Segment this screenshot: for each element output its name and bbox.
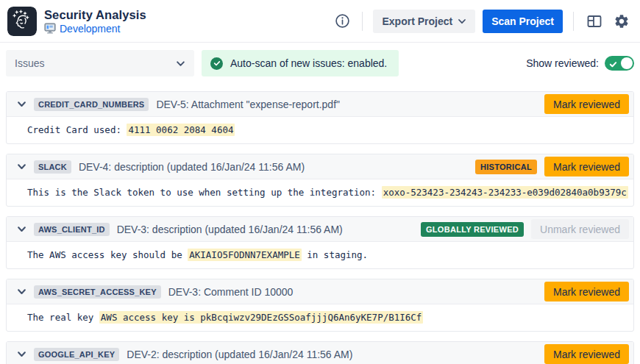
- toggle-check-icon: [609, 59, 617, 71]
- snippet-secret: xoxo-523423-234243-234233-e039d02840a0b9…: [382, 186, 628, 199]
- snippet-secret: AKIAIO5FODNN7EXAMPLE: [188, 249, 302, 261]
- issue-title: DEV-4: description (updated 16/Jan/24 11…: [79, 161, 468, 173]
- issue-card: AWS_SECRET_ACCESS_KEY DEV-3: Comment ID …: [6, 279, 634, 332]
- divider: [362, 12, 363, 31]
- autoscan-notice-text: Auto-scan of new issues: enabled.: [230, 57, 387, 69]
- issue-card: CREDIT_CARD_NUMBERS DEV-5: Attachment "e…: [6, 91, 634, 144]
- scan-project-button[interactable]: Scan Project: [483, 10, 563, 33]
- issue-list: CREDIT_CARD_NUMBERS DEV-5: Attachment "e…: [6, 91, 634, 364]
- issue-status-badge: HISTORICAL: [475, 160, 537, 174]
- issue-status-badge: GLOBALLY REVIEWED: [421, 222, 524, 237]
- review-action-button[interactable]: Mark reviewed: [544, 344, 629, 364]
- issue-type-badge: AWS_CLIENT_ID: [34, 223, 110, 236]
- snippet-suffix: in staging.: [302, 249, 368, 260]
- toolbar: Issues Auto-scan of new issues: enabled.…: [6, 50, 634, 76]
- page-title: Security Analysis: [44, 8, 146, 22]
- panel-layout-icon[interactable]: [584, 11, 605, 32]
- review-action-button[interactable]: Mark reviewed: [544, 94, 629, 114]
- issue-card-header[interactable]: CREDIT_CARD_NUMBERS DEV-5: Attachment "e…: [7, 92, 633, 117]
- issue-card-header[interactable]: AWS_SECRET_ACCESS_KEY DEV-3: Comment ID …: [7, 279, 633, 304]
- issue-card-header[interactable]: GOOGLE_API_KEY DEV-2: description (updat…: [7, 342, 633, 364]
- review-action-button[interactable]: Mark reviewed: [544, 157, 629, 176]
- issue-title: DEV-3: Comment ID 10000: [168, 286, 537, 298]
- review-action-button[interactable]: Mark reviewed: [544, 282, 629, 301]
- issue-card: AWS_CLIENT_ID DEV-3: description (update…: [6, 216, 634, 269]
- chevron-down-icon: [458, 17, 466, 26]
- project-monitor-icon: [44, 23, 56, 34]
- issue-snippet: Credit Card used: 4111 0062 2084 4604: [7, 117, 633, 143]
- snippet-prefix: The real key: [27, 312, 99, 323]
- check-circle-icon: [210, 57, 223, 70]
- issue-snippet: The AWS access key should be AKIAIO5FODN…: [7, 242, 633, 268]
- settings-gear-icon[interactable]: [612, 12, 631, 31]
- show-reviewed-toggle[interactable]: [605, 56, 634, 71]
- toggle-knob: [621, 57, 633, 69]
- snippet-prefix: The AWS access key should be: [27, 249, 188, 260]
- issue-type-badge: SLACK: [34, 160, 71, 174]
- issue-snippet: The real key AWS access key is pkBcqiwzv…: [7, 304, 633, 331]
- info-icon[interactable]: [333, 12, 352, 30]
- app-logo-icon: [7, 7, 37, 36]
- chevron-down-icon: [176, 59, 185, 68]
- snippet-prefix: Credit Card used:: [27, 124, 127, 135]
- issue-card: SLACK DEV-4: description (updated 16/Jan…: [6, 154, 634, 207]
- issue-type-badge: GOOGLE_API_KEY: [34, 348, 119, 361]
- autoscan-notice: Auto-scan of new issues: enabled.: [202, 50, 399, 76]
- scope-select-value: Issues: [15, 57, 44, 69]
- issue-title: DEV-5: Attachment "expense-report.pdf": [156, 99, 537, 110]
- review-action-button[interactable]: Unmark reviewed: [531, 219, 629, 239]
- snippet-secret: 4111 0062 2084 4604: [127, 124, 235, 136]
- issue-card-header[interactable]: SLACK DEV-4: description (updated 16/Jan…: [7, 154, 633, 179]
- issue-title: DEV-3: description (updated 16/Jan/24 11…: [117, 224, 413, 235]
- issue-title: DEV-2: description (updated 16/Jan/24 11…: [127, 349, 537, 360]
- collapse-chevron-icon[interactable]: [17, 162, 26, 171]
- collapse-chevron-icon[interactable]: [17, 224, 26, 234]
- issue-type-badge: AWS_SECRET_ACCESS_KEY: [34, 285, 161, 299]
- export-project-label: Export Project: [382, 15, 452, 27]
- collapse-chevron-icon[interactable]: [17, 99, 26, 109]
- collapse-chevron-icon[interactable]: [17, 349, 26, 359]
- show-reviewed-label: Show reviewed:: [526, 57, 599, 69]
- snippet-secret: AWS access key is pkBcqiwzv29DEzGSSoafjj…: [99, 311, 424, 324]
- issue-card: GOOGLE_API_KEY DEV-2: description (updat…: [6, 341, 634, 364]
- collapse-chevron-icon[interactable]: [17, 287, 26, 296]
- app-header: Security Analysis Development: [0, 0, 640, 43]
- export-project-button[interactable]: Export Project: [373, 10, 475, 33]
- issue-card-header[interactable]: AWS_CLIENT_ID DEV-3: description (update…: [7, 217, 633, 242]
- project-link[interactable]: Development: [60, 23, 121, 35]
- issue-snippet: This is the Slack token to use when sett…: [7, 179, 633, 206]
- snippet-prefix: This is the Slack token to use when sett…: [27, 187, 382, 198]
- divider: [573, 12, 574, 31]
- scope-select-dropdown[interactable]: Issues: [6, 50, 194, 76]
- issue-type-badge: CREDIT_CARD_NUMBERS: [34, 98, 149, 111]
